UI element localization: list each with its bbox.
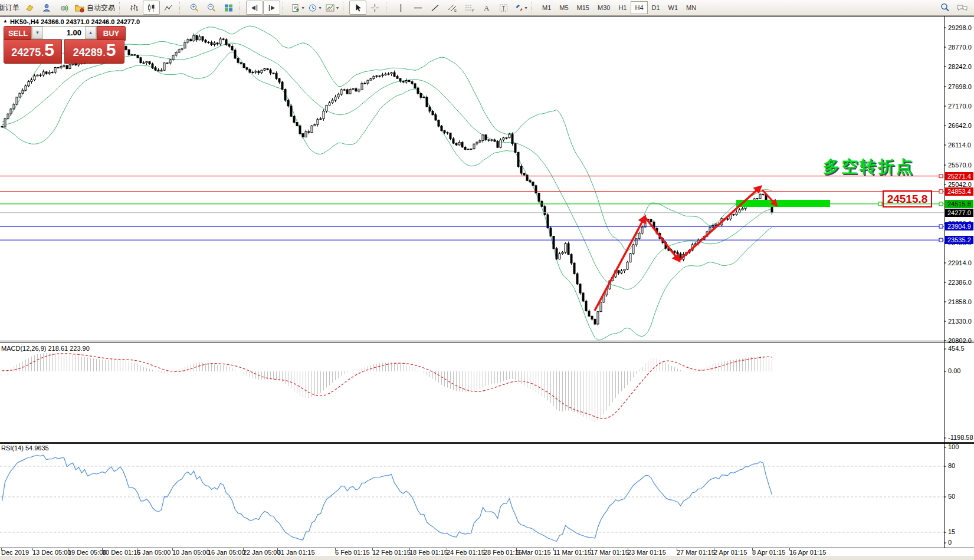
sell-price-dot: . <box>41 48 44 58</box>
ohlc-values: 24366.0 24371.0 24246.0 24277.0 <box>41 18 140 25</box>
volume-stepper: ▼ ▲ <box>31 26 97 39</box>
mt4-window: 新订单 自动交易 <box>0 0 974 560</box>
sell-price-button[interactable]: 24275.5 <box>4 39 62 64</box>
price-level-annotation[interactable]: 24515.8 <box>883 190 932 207</box>
buy-button[interactable]: BUY <box>97 26 126 41</box>
buy-price-main: 24289 <box>73 47 103 59</box>
buy-price-button[interactable]: 24289.5 <box>64 39 124 64</box>
candles-layer <box>1 34 773 326</box>
sell-price-fraction: 5 <box>44 44 54 57</box>
volume-decrease-button[interactable]: ▼ <box>32 27 43 39</box>
buy-price-fraction: 5 <box>106 44 116 57</box>
panel-borders <box>0 16 974 551</box>
chart-plot[interactable] <box>0 0 974 560</box>
macd-layer <box>2 353 772 421</box>
green-zone-box <box>736 200 830 207</box>
rsi-layer <box>0 455 944 541</box>
one-click-trading-panel: SELL ▼ ▲ BUY 24275.5 24289.5 <box>4 26 124 64</box>
volume-increase-button[interactable]: ▲ <box>85 27 96 39</box>
symbol-period-label: HK50-,H4 <box>10 18 39 25</box>
volume-input[interactable] <box>43 27 85 39</box>
sell-price-main: 24275 <box>11 47 41 59</box>
bollinger-bands <box>2 26 772 340</box>
buy-price-dot: . <box>103 48 106 58</box>
turning-point-annotation: 多空转折点 <box>823 156 914 178</box>
chart-title: HK50-,H4 24366.0 24371.0 24246.0 24277.0 <box>10 18 140 25</box>
level-lines <box>0 174 944 242</box>
sell-button[interactable]: SELL <box>4 26 32 41</box>
collapse-triangle-icon[interactable]: ▲ <box>3 18 8 24</box>
